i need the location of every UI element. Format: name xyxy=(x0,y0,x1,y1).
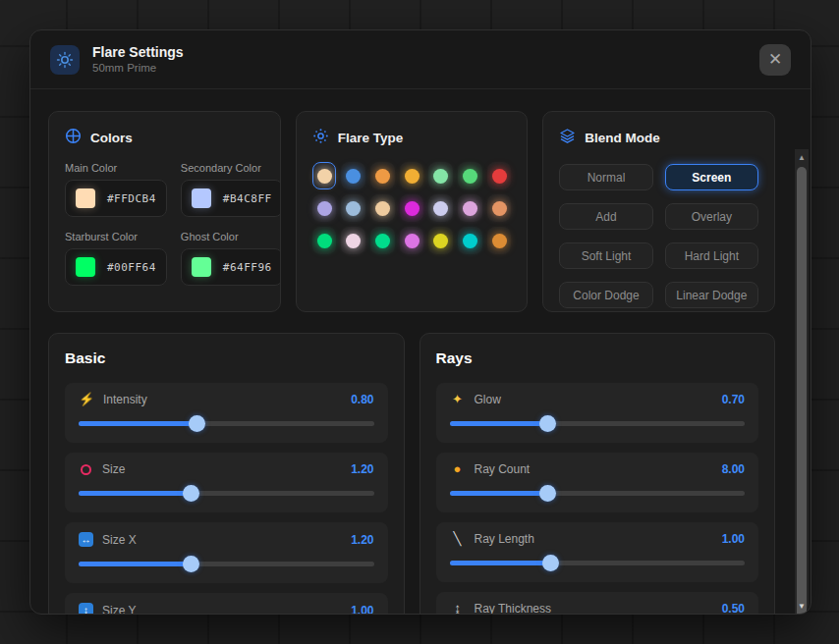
slider-value: 1.20 xyxy=(351,462,373,476)
slider-label: Intensity xyxy=(103,393,342,406)
slider-value: 8.00 xyxy=(722,462,745,476)
flare-type-swatch-13[interactable] xyxy=(487,194,512,222)
slider-thumb[interactable] xyxy=(542,555,559,571)
slider-size-x[interactable] xyxy=(79,556,374,571)
slider-ray-length[interactable] xyxy=(450,555,746,570)
slider-glow[interactable] xyxy=(450,415,746,431)
color-swatch xyxy=(192,257,211,277)
color-picker-main-color[interactable]: #FFDCB4 xyxy=(65,180,167,217)
flare-dot xyxy=(463,201,477,216)
flare-type-swatch-3[interactable] xyxy=(400,162,424,189)
color-field-label: Starburst Color xyxy=(65,231,167,242)
flare-dot xyxy=(492,169,507,184)
slider-thumb[interactable] xyxy=(183,485,199,502)
flare-type-swatch-7[interactable] xyxy=(312,194,337,222)
flare-type-swatch-16[interactable] xyxy=(370,227,395,254)
flare-dot xyxy=(463,169,477,184)
slider-row-size: Size1.20 xyxy=(65,453,388,512)
flare-type-swatch-8[interactable] xyxy=(341,194,365,222)
arrows-horizontal-icon: ↔ xyxy=(79,532,93,547)
flare-type-swatch-9[interactable] xyxy=(370,194,395,222)
flare-dot xyxy=(375,169,390,184)
color-hex-value: #FFDCB4 xyxy=(107,192,156,205)
flare-type-swatch-12[interactable] xyxy=(458,194,482,222)
slider-thumb[interactable] xyxy=(539,415,556,432)
slider-thumb[interactable] xyxy=(183,556,199,572)
slider-size[interactable] xyxy=(79,485,374,501)
flare-type-swatch-20[interactable] xyxy=(487,227,512,254)
blend-mode-screen[interactable]: Screen xyxy=(665,164,758,190)
rays-section-title: Rays xyxy=(436,349,759,367)
slider-row-glow: ✦Glow0.70 xyxy=(436,383,759,443)
flare-dot xyxy=(433,169,448,184)
color-picker-ghost-color[interactable]: #64FF96 xyxy=(181,248,281,286)
color-picker-starburst-color[interactable]: #00FF64 xyxy=(65,248,167,286)
flare-type-swatch-1[interactable] xyxy=(341,162,365,189)
slider-intensity[interactable] xyxy=(79,415,374,431)
circle-outline-icon xyxy=(81,464,91,475)
crosshair-circle-icon xyxy=(65,128,82,148)
slider-value: 1.00 xyxy=(722,532,745,546)
slider-label: Glow xyxy=(475,393,713,406)
flare-dot xyxy=(463,234,477,248)
flare-type-swatch-15[interactable] xyxy=(341,227,365,254)
blend-mode-linear-dodge[interactable]: Linear Dodge xyxy=(665,282,758,308)
blend-mode-overlay[interactable]: Overlay xyxy=(665,203,758,230)
slider-fill xyxy=(79,562,191,566)
flare-type-swatch-17[interactable] xyxy=(400,227,424,254)
rays-card: Rays ✦Glow0.70●Ray Count8.00╲Ray Length1… xyxy=(420,333,776,615)
flare-dot xyxy=(317,169,332,184)
scrollbar-thumb[interactable] xyxy=(797,167,807,615)
scroll-down-icon[interactable]: ▼ xyxy=(795,602,809,611)
lightning-icon: ⚡ xyxy=(79,393,94,406)
flare-type-swatch-4[interactable] xyxy=(428,162,453,189)
flare-type-swatch-11[interactable] xyxy=(428,194,453,222)
color-field-secondary-color: Secondary Color#B4C8FF xyxy=(181,162,281,217)
flare-type-swatch-2[interactable] xyxy=(370,162,395,189)
flare-dot xyxy=(375,234,390,248)
colors-card: Colors Main Color#FFDCB4Secondary Color#… xyxy=(48,111,281,312)
slider-ray-count[interactable] xyxy=(450,485,746,501)
scroll-up-icon[interactable]: ▲ xyxy=(795,153,809,162)
flare-type-swatch-19[interactable] xyxy=(458,227,482,254)
slider-label: Ray Length xyxy=(475,532,713,546)
dialog-title: Flare Settings xyxy=(92,44,759,61)
close-button[interactable]: ✕ xyxy=(759,44,791,76)
color-picker-secondary-color[interactable]: #B4C8FF xyxy=(181,180,281,217)
flare-type-section-title: Flare Type xyxy=(338,131,404,145)
slider-row-size-x: ↔Size X1.20 xyxy=(65,522,388,583)
flare-type-swatch-0[interactable] xyxy=(312,162,337,189)
close-icon: ✕ xyxy=(768,51,782,68)
blend-mode-normal[interactable]: Normal xyxy=(559,164,652,190)
flare-sun-icon xyxy=(312,128,329,148)
flare-dot xyxy=(433,234,448,248)
flare-dot xyxy=(433,201,448,216)
slider-label: Size xyxy=(102,462,342,476)
flare-dot xyxy=(346,169,361,184)
slider-thumb[interactable] xyxy=(539,485,556,502)
flare-type-swatch-10[interactable] xyxy=(400,194,424,222)
diagonal-line-icon: ╲ xyxy=(450,532,466,546)
slider-row-ray-count: ●Ray Count8.00 xyxy=(436,453,759,512)
flare-dot xyxy=(317,234,332,248)
color-field-label: Ghost Color xyxy=(181,231,281,242)
flare-dot xyxy=(405,169,420,184)
slider-value: 1.20 xyxy=(351,533,373,547)
flare-type-card: Flare Type xyxy=(296,111,529,312)
slider-fill xyxy=(79,491,191,496)
flare-type-swatch-6[interactable] xyxy=(487,162,512,189)
sparkles-icon: ✦ xyxy=(450,393,466,406)
vertical-scrollbar[interactable]: ▲ ▼ xyxy=(795,149,809,615)
flare-type-swatch-5[interactable] xyxy=(458,162,482,189)
thickness-icon: ↨ xyxy=(450,602,466,615)
color-hex-value: #64FF96 xyxy=(223,261,272,274)
blend-mode-hard-light[interactable]: Hard Light xyxy=(665,242,758,269)
blend-mode-color-dodge[interactable]: Color Dodge xyxy=(559,282,652,308)
blend-mode-add[interactable]: Add xyxy=(559,203,652,230)
slider-fill xyxy=(79,421,196,426)
blend-mode-soft-light[interactable]: Soft Light xyxy=(559,242,652,269)
flare-type-swatch-14[interactable] xyxy=(312,227,337,254)
flare-dot xyxy=(375,201,390,216)
flare-type-swatch-18[interactable] xyxy=(428,227,453,254)
slider-thumb[interactable] xyxy=(189,415,205,432)
